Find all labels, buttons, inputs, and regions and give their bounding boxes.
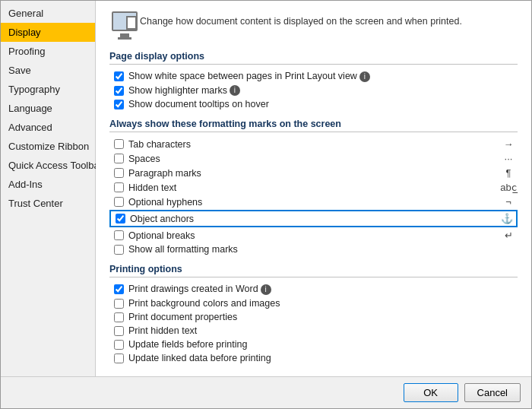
checkbox-print-drawings[interactable] xyxy=(114,284,124,294)
label-tooltips: Show document tooltips on hover xyxy=(128,99,518,109)
option-row-white-space: Show white space between pages in Print … xyxy=(109,69,518,84)
label-spaces: Spaces xyxy=(128,154,495,164)
label-update-linked: Update linked data before printing xyxy=(128,353,518,363)
checkbox-show-all[interactable] xyxy=(114,245,124,255)
sidebar-item-addins[interactable]: Add-Ins xyxy=(1,175,95,194)
content-header: Change how document content is displayed… xyxy=(109,11,518,40)
sidebar-item-quick-access[interactable]: Quick Access Toolbar xyxy=(1,156,95,175)
printing-section: Printing options Print drawings created … xyxy=(109,264,518,365)
sidebar-item-general[interactable]: General xyxy=(1,4,95,23)
page-display-section: Page display options Show white space be… xyxy=(109,51,518,111)
sidebar-item-language[interactable]: Language xyxy=(1,99,95,118)
option-row-show-all: Show all formatting marks xyxy=(109,243,518,256)
symbol-hidden-text: abc̲ xyxy=(499,182,518,193)
checkbox-update-fields[interactable] xyxy=(114,340,124,350)
checkbox-print-hidden[interactable] xyxy=(114,326,124,336)
checkbox-update-linked[interactable] xyxy=(114,354,124,363)
label-tab-chars: Tab characters xyxy=(128,139,495,150)
option-row-print-bg: Print background colors and images xyxy=(109,296,518,310)
option-row-update-fields: Update fields before printing xyxy=(109,338,518,351)
option-row-update-linked: Update linked data before printing xyxy=(109,351,518,365)
checkbox-paragraph[interactable] xyxy=(114,168,124,178)
checkbox-optional-breaks[interactable] xyxy=(114,230,124,240)
label-object-anchors: Object anchors xyxy=(130,214,493,224)
checkbox-hidden-text[interactable] xyxy=(114,182,124,192)
main-content: Change how document content is displayed… xyxy=(96,1,531,376)
option-row-print-doc-props: Print document properties xyxy=(109,310,518,324)
sidebar-item-display[interactable]: Display xyxy=(1,23,95,42)
header-description: Change how document content is displayed… xyxy=(140,11,462,27)
symbol-optional-hyphens: ¬ xyxy=(499,196,518,208)
page-display-title: Page display options xyxy=(109,51,518,65)
label-print-hidden: Print hidden text xyxy=(128,325,518,336)
option-row-optional-hyphens: Optional hyphens¬ xyxy=(109,195,518,209)
option-row-tab-chars: Tab characters→ xyxy=(109,137,518,151)
label-white-space: Show white space between pages in Print … xyxy=(128,71,518,82)
info-icon-highlighter[interactable]: i xyxy=(230,85,240,96)
display-icon xyxy=(109,11,140,40)
info-icon-white-space[interactable]: i xyxy=(359,71,370,82)
label-print-drawings: Print drawings created in Wordi xyxy=(128,284,518,295)
symbol-paragraph: ¶ xyxy=(499,167,518,179)
checkbox-tab-chars[interactable] xyxy=(114,139,124,149)
label-show-all: Show all formatting marks xyxy=(128,244,518,255)
sidebar-item-customize-ribbon[interactable]: Customize Ribbon xyxy=(1,137,95,156)
formatting-marks-options: Tab characters→Spaces···Paragraph marks¶… xyxy=(109,137,518,256)
label-update-fields: Update fields before printing xyxy=(128,339,518,350)
printing-options: Print drawings created in WordiPrint bac… xyxy=(109,282,518,365)
label-optional-hyphens: Optional hyphens xyxy=(128,197,495,208)
option-row-hidden-text: Hidden textabc̲ xyxy=(109,180,518,195)
checkbox-highlighter[interactable] xyxy=(114,86,124,96)
option-row-tooltips: Show document tooltips on hover xyxy=(109,97,518,111)
formatting-marks-title: Always show these formatting marks on th… xyxy=(109,119,518,132)
option-row-paragraph: Paragraph marks¶ xyxy=(109,166,518,180)
option-row-spaces: Spaces··· xyxy=(109,151,518,166)
checkbox-spaces[interactable] xyxy=(114,154,124,163)
option-row-optional-breaks: Optional breaks↵ xyxy=(109,228,518,243)
option-row-object-anchors: Object anchors⚓ xyxy=(109,210,518,227)
symbol-optional-breaks: ↵ xyxy=(499,230,518,241)
formatting-marks-section: Always show these formatting marks on th… xyxy=(109,119,518,256)
option-row-print-hidden: Print hidden text xyxy=(109,324,518,338)
label-optional-breaks: Optional breaks xyxy=(128,230,495,241)
page-display-options: Show white space between pages in Print … xyxy=(109,69,518,111)
checkbox-tooltips[interactable] xyxy=(114,100,124,109)
printing-title: Printing options xyxy=(109,264,518,277)
symbol-spaces: ··· xyxy=(499,153,518,164)
sidebar-item-advanced[interactable]: Advanced xyxy=(1,118,95,137)
label-print-bg: Print background colors and images xyxy=(128,298,518,309)
checkbox-object-anchors[interactable] xyxy=(116,214,125,224)
sidebar-item-trust-center[interactable]: Trust Center xyxy=(1,194,95,213)
sidebar: GeneralDisplayProofingSaveTypographyLang… xyxy=(1,1,96,376)
info-icon-print-drawings[interactable]: i xyxy=(261,284,271,295)
checkbox-print-bg[interactable] xyxy=(114,299,124,309)
cancel-button[interactable]: Cancel xyxy=(464,383,521,402)
checkbox-print-doc-props[interactable] xyxy=(114,312,124,322)
ok-button[interactable]: OK xyxy=(404,383,458,402)
checkbox-optional-hyphens[interactable] xyxy=(114,197,124,207)
symbol-tab-chars: → xyxy=(499,138,518,150)
label-hidden-text: Hidden text xyxy=(128,182,495,193)
option-row-print-drawings: Print drawings created in Wordi xyxy=(109,282,518,296)
label-highlighter: Show highlighter marksi xyxy=(128,85,518,97)
sidebar-item-save[interactable]: Save xyxy=(1,61,95,80)
label-print-doc-props: Print document properties xyxy=(128,312,518,322)
dialog-footer: OK Cancel xyxy=(1,376,531,408)
option-row-highlighter: Show highlighter marksi xyxy=(109,84,518,98)
word-options-dialog: GeneralDisplayProofingSaveTypographyLang… xyxy=(0,0,532,409)
symbol-object-anchors: ⚓ xyxy=(498,213,516,224)
sidebar-item-typography[interactable]: Typography xyxy=(1,80,95,99)
sidebar-item-proofing[interactable]: Proofing xyxy=(1,42,95,61)
label-paragraph: Paragraph marks xyxy=(128,168,495,179)
checkbox-white-space[interactable] xyxy=(114,71,124,81)
